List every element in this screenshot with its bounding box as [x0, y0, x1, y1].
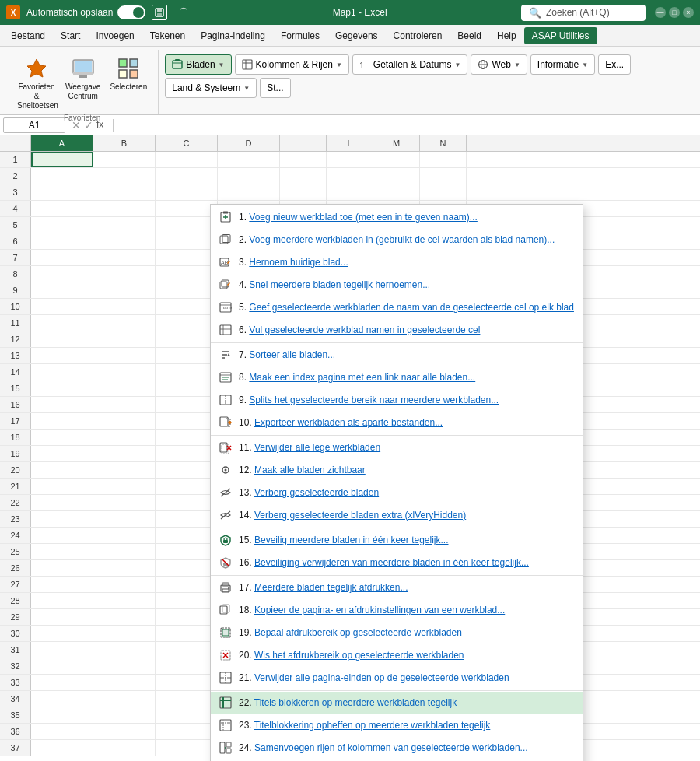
cell[interactable]	[156, 528, 218, 543]
dropdown-item[interactable]: 8. Maak een index pagina met een link na…	[211, 366, 583, 389]
cell[interactable]	[31, 642, 93, 658]
cell[interactable]	[156, 724, 218, 739]
menu-item-beeld[interactable]: Beeld	[450, 27, 489, 44]
dropdown-item[interactable]: 17. Meerdere bladen tegelijk afdrukken..…	[211, 577, 583, 599]
cell[interactable]	[93, 642, 156, 658]
cell[interactable]	[156, 250, 218, 265]
kolommen-rijen-button[interactable]: Kolommen & Rijen ▼	[235, 54, 349, 75]
cell[interactable]	[156, 691, 218, 707]
cell[interactable]	[93, 462, 156, 478]
weergave-button[interactable]: Weergave Centrum	[61, 51, 105, 104]
cell[interactable]	[93, 658, 156, 674]
menu-item-bestand[interactable]: Bestand	[3, 27, 53, 44]
cell[interactable]	[31, 168, 93, 184]
autosave-toggle[interactable]	[117, 5, 145, 19]
cell[interactable]	[218, 152, 280, 167]
cell[interactable]	[156, 266, 218, 282]
selecteren-button[interactable]: Selecteren	[105, 51, 152, 95]
cell[interactable]	[93, 544, 156, 559]
cell[interactable]	[156, 560, 218, 576]
cell[interactable]	[156, 593, 218, 608]
cell[interactable]	[93, 201, 156, 216]
cell[interactable]	[31, 380, 93, 396]
cell[interactable]	[156, 642, 218, 658]
cell[interactable]	[156, 462, 218, 478]
cell[interactable]	[93, 152, 156, 167]
menu-item-gegevens[interactable]: Gegevens	[327, 27, 386, 44]
cell[interactable]	[93, 184, 156, 200]
cell[interactable]	[218, 168, 280, 184]
cell[interactable]	[156, 217, 218, 233]
cell[interactable]	[31, 479, 93, 494]
dropdown-item[interactable]: name5. Geef geselecteerde werkbladen de …	[211, 296, 583, 319]
cell[interactable]	[31, 446, 93, 461]
cell[interactable]	[93, 609, 156, 625]
cell[interactable]	[156, 446, 218, 461]
cell[interactable]	[31, 184, 93, 200]
cell[interactable]	[93, 315, 156, 331]
cell[interactable]	[156, 364, 218, 380]
cell[interactable]	[156, 609, 218, 625]
col-header-m[interactable]: M	[373, 135, 420, 151]
dropdown-item[interactable]: 13. Verberg geselecteerde bladen	[211, 482, 583, 504]
col-header-d[interactable]: D	[218, 135, 280, 151]
cell[interactable]	[156, 348, 218, 363]
cell[interactable]	[31, 299, 93, 314]
cell[interactable]	[93, 577, 156, 592]
cell[interactable]	[31, 397, 93, 412]
cell[interactable]	[327, 168, 373, 184]
cell[interactable]	[31, 658, 93, 674]
cell[interactable]	[93, 593, 156, 608]
cell[interactable]	[156, 233, 218, 249]
col-header-n[interactable]: N	[420, 135, 467, 151]
menu-item-tekenen[interactable]: Tekenen	[142, 27, 193, 44]
cell[interactable]	[156, 577, 218, 592]
cell[interactable]	[420, 152, 467, 167]
cell[interactable]	[31, 266, 93, 282]
cell[interactable]	[156, 168, 218, 184]
dropdown-item[interactable]: 10. Exporteer werkbladen als aparte best…	[211, 412, 583, 434]
col-header-e[interactable]	[280, 135, 327, 151]
menu-item-pagina-indeling[interactable]: Pagina-indeling	[193, 27, 273, 44]
dropdown-item[interactable]: 19. Bepaal afdrukbereik op geselecteerde…	[211, 622, 583, 644]
cell[interactable]	[31, 152, 93, 167]
cell[interactable]	[93, 724, 156, 739]
bladen-dropdown-button[interactable]: Bladen ▼	[165, 54, 231, 75]
cell[interactable]	[93, 691, 156, 707]
maximize-button[interactable]: □	[669, 7, 680, 18]
cell[interactable]	[93, 430, 156, 445]
dropdown-item[interactable]: 18. Kopieer de pagina- en afdrukinstelli…	[211, 599, 583, 622]
cell[interactable]	[93, 528, 156, 543]
cell[interactable]	[31, 495, 93, 510]
cell[interactable]	[31, 560, 93, 576]
cell[interactable]	[93, 560, 156, 576]
search-bar[interactable]: 🔍 Zoeken (Alt+Q)	[521, 5, 646, 21]
cell[interactable]	[31, 233, 93, 249]
cell[interactable]	[156, 511, 218, 527]
cell[interactable]	[31, 511, 93, 527]
cell[interactable]	[93, 479, 156, 494]
favorieten-button[interactable]: Favorieten & Sneltoetsen	[12, 51, 61, 114]
cell[interactable]	[156, 495, 218, 510]
cell[interactable]	[93, 331, 156, 347]
cell[interactable]	[156, 479, 218, 494]
getallen-datums-button[interactable]: 1 Getallen & Datums ▼	[352, 54, 468, 75]
dropdown-item[interactable]: 20. Wis het afdrukbereik op geselecteerd…	[211, 644, 583, 667]
cell[interactable]	[156, 413, 218, 429]
cell[interactable]	[31, 577, 93, 592]
cell[interactable]	[93, 250, 156, 265]
name-box[interactable]	[3, 117, 65, 133]
cell[interactable]	[156, 299, 218, 314]
cell[interactable]	[31, 315, 93, 331]
cell[interactable]	[93, 446, 156, 461]
cell[interactable]	[93, 299, 156, 314]
informatie-button[interactable]: Informatie ▼	[530, 54, 595, 75]
land-systeem-button[interactable]: Land & Systeem ▼	[165, 78, 257, 98]
cell[interactable]	[156, 397, 218, 412]
cell[interactable]	[156, 430, 218, 445]
save-icon[interactable]	[152, 5, 167, 20]
cell[interactable]	[31, 724, 93, 739]
cell[interactable]	[280, 152, 327, 167]
excel-extra-button[interactable]: Ex...	[598, 54, 631, 75]
dropdown-item[interactable]: 14. Verberg geselecteerde bladen extra (…	[211, 504, 583, 527]
